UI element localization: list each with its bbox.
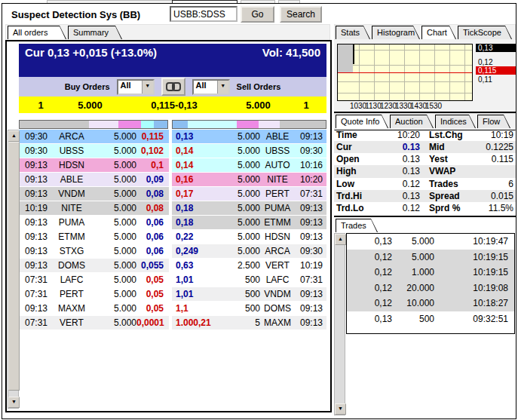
order-time: 09:13 [295,287,326,301]
ask-price: 1,01 [172,273,213,287]
tab-histogram[interactable]: Histogram [372,26,420,39]
link-filters-button[interactable] [161,78,185,96]
market-maker-id: VERT [52,316,91,330]
quote-label: Spread [420,190,468,202]
buy-order-row[interactable]: 10:19NITE5.0000,08 [19,201,169,215]
market-maker-id: ARCA [52,130,91,143]
tab-chart[interactable]: Chart [421,26,456,39]
tab-flow[interactable]: Flow [477,115,510,128]
order-size: 5.000 [213,230,260,244]
order-book-rows: 09:30ARCA5.0000,1150,135.000ABLE09:1309:… [19,130,326,330]
order-size: 5.000 [91,287,136,301]
buy-order-row[interactable]: 09:13DOMS5.0000,055 [19,259,169,272]
buy-order-row[interactable]: 09:30UBSS5.0000,102 [19,144,169,158]
quote-value: 0.015 [468,190,516,202]
sell-order-row[interactable]: 0,145.000UBSS09:30 [172,144,326,158]
depth-segment [20,121,89,128]
tab-stats[interactable]: Stats [336,26,370,39]
market-maker-id: DOMS [260,302,295,315]
book-scrollbar[interactable]: ▲ ▼ [8,130,19,409]
ask-price: 0,16 [172,173,213,186]
trade-row: 0,135.00010:19:47 [347,234,514,250]
volume-label: Vol: 41,500 [262,46,320,77]
order-size: 5.000 [213,158,260,172]
symbol-input[interactable] [170,6,238,22]
order-book-row: 09:13HDSN5.0000,10,145.000AUTO10:16 [19,158,326,172]
sell-order-row[interactable]: 0,185.000PUMA09:13 [172,201,326,215]
traded-range-area [338,44,353,72]
scrollbar-thumb[interactable] [8,142,20,391]
tab-indices[interactable]: Indices [435,115,476,128]
sell-order-row[interactable]: 1,01500VNDM09:13 [172,287,326,301]
quote-value: 0.12 [378,178,420,190]
order-size: 5.000 [91,144,136,158]
sell-order-row[interactable]: 0,135.000ABLE09:13 [172,130,326,143]
go-button[interactable]: Go [241,6,274,23]
market-maker-id: PUMA [52,216,91,229]
chevron-down-icon[interactable]: ▼ [142,81,153,94]
ask-price: 1.000,21 [172,316,213,330]
tab-auction[interactable]: Auction [390,115,434,128]
quote-label: Time [334,129,378,141]
market-maker-id: ARCA [260,244,295,258]
trade-time: 10:19:47 [434,234,514,250]
scroll-down-icon[interactable]: ▼ [8,397,20,408]
order-size: 5.000 [91,201,136,215]
order-book-row: 07:31VERT5.0000,00011.000,215MAXM09:13 [19,316,326,330]
trade-size: 500 [392,311,434,327]
chevron-down-icon[interactable]: ▼ [217,81,228,94]
order-size: 5.000 [213,244,260,258]
order-size: 500 [213,302,260,315]
bid-price: 0,055 [136,259,169,272]
buy-order-row[interactable]: 09:13PUMA5.0000,06 [19,216,169,229]
tab-summary[interactable]: Summary [68,26,122,39]
bid-price: 0,06 [136,230,169,244]
ask-price: 0,63 [172,259,213,272]
sell-order-row[interactable]: 0,2495.000ARCA09:30 [172,244,326,258]
tab-trades[interactable]: Trades [336,219,378,232]
market-maker-id: HDSN [52,158,91,172]
buy-filter-select[interactable]: All ▼ [117,79,155,95]
market-maker-id: UBSS [52,144,91,158]
sell-order-row[interactable]: 1,01500LAFC07:31 [172,273,326,287]
buy-order-row[interactable]: 07:31PERT5.0000,05 [19,287,169,301]
order-size: 5.000 [213,130,260,143]
buy-order-row[interactable]: 09:13MAXM5.0000,05 [19,302,169,315]
sell-order-row[interactable]: 0,632.500VERT10:19 [172,259,326,272]
buy-order-row[interactable]: 07:31VERT5.0000,0001 [19,316,169,330]
order-size: 5.000 [213,216,260,229]
sell-filter-select[interactable]: All ▼ [192,79,230,95]
buy-order-row[interactable]: 09:30ARCA5.0000,115 [19,130,169,143]
sell-order-row[interactable]: 0,185.000ETMM09:13 [172,216,326,229]
trade-row: 0,1350009:32:51 [347,311,514,327]
buy-order-row[interactable]: 09:13STXG5.0000,06 [19,244,169,258]
tab-tickscope[interactable]: TickScope [458,26,512,39]
current-price-line: Cur 0,13 +0,015 (+13.0%) [25,46,157,77]
buy-order-row[interactable]: 09:13ABLE5.0000,09 [19,173,169,186]
quote-label: Low [334,178,378,190]
sell-order-row[interactable]: 0,145.000AUTO10:16 [172,158,326,172]
buy-order-row[interactable]: 07:31LAFC5.0000,05 [19,273,169,287]
trades-scrollbar[interactable]: ▲ ▼ [334,233,345,415]
tab-all-orders[interactable]: All orders [8,26,66,39]
tab-quote-info[interactable]: Quote Info [336,115,388,128]
ask-price: 0,22 [172,230,213,244]
scroll-up-icon[interactable]: ▲ [8,130,20,142]
scroll-up-icon[interactable]: ▲ [335,234,346,245]
buy-order-row[interactable]: 09:13HDSN5.0000,1 [19,158,169,172]
sell-order-row[interactable]: 0,225.000HDSN09:13 [172,230,326,244]
buy-order-row[interactable]: 09:13VNDM5.0000,08 [19,187,169,201]
order-time: 09:13 [295,302,326,315]
sell-order-row[interactable]: 1,1500DOMS09:13 [172,302,326,315]
quote-row: Time10:20Lst.Chg10:19 [334,129,516,141]
scroll-down-icon[interactable]: ▼ [335,403,346,415]
sell-order-row[interactable]: 0,175.000PERT07:31 [172,187,326,201]
order-time: 07:31 [19,273,52,287]
order-time: 09:30 [295,144,326,158]
search-button[interactable]: Search [280,6,322,23]
sell-order-row[interactable]: 0,165.000NITE10:20 [172,173,326,186]
order-time: 10:20 [295,173,326,186]
sell-order-row[interactable]: 1.000,215MAXM09:13 [172,316,326,330]
buy-order-row[interactable]: 09:13ETMM5.0000,06 [19,230,169,244]
trade-time: 10:19:15 [434,265,514,281]
